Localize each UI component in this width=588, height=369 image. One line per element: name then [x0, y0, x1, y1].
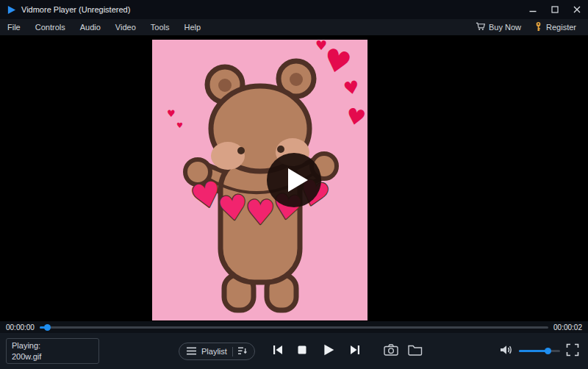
minimize-icon — [529, 4, 537, 15]
transport-controls — [269, 333, 364, 369]
time-duration: 00:00:02 — [553, 323, 582, 332]
play-button[interactable] — [318, 340, 340, 363]
open-folder-icon — [408, 344, 423, 358]
now-playing-box: Playing: 200w.gif — [6, 338, 99, 364]
maximize-button[interactable] — [544, 0, 566, 19]
menubar-right: Buy Now Register — [470, 19, 588, 35]
snapshot-camera-icon — [384, 344, 398, 358]
video-area[interactable]: ♥ ♥ ♥ ♥ ♥ ♥ — [0, 35, 588, 321]
menu-item-tools[interactable]: Tools — [143, 19, 177, 35]
register-label: Register — [546, 23, 576, 32]
playlist-button[interactable]: Playlist — [179, 343, 255, 360]
svg-text:♥: ♥ — [315, 40, 327, 53]
svg-text:♥: ♥ — [176, 121, 183, 129]
snapshot-button[interactable] — [384, 344, 398, 358]
fullscreen-icon — [566, 343, 579, 359]
play-order-icon[interactable] — [238, 347, 247, 357]
playlist-list-icon — [187, 347, 196, 357]
playlist-label: Playlist — [201, 347, 227, 356]
key-icon — [534, 21, 542, 33]
vidmore-logo-icon — [7, 5, 16, 15]
skip-next-button[interactable] — [346, 340, 364, 363]
menu-item-help[interactable]: Help — [176, 19, 208, 35]
stop-button[interactable] — [293, 340, 311, 363]
open-folder-button[interactable] — [408, 344, 423, 358]
playlist-divider — [232, 347, 233, 357]
playing-file-name: 200w.gif — [12, 351, 93, 362]
buy-now-label: Buy Now — [489, 23, 521, 32]
skip-previous-icon — [273, 345, 283, 357]
vidmore-player-window: Vidmore Player (Unregistered) File Contr… — [0, 0, 588, 369]
play-overlay-icon — [266, 199, 322, 210]
cart-icon — [476, 22, 485, 32]
playing-label: Playing: — [12, 340, 93, 351]
play-icon — [322, 343, 335, 359]
menu-item-file[interactable]: File — [0, 19, 28, 35]
close-button[interactable] — [566, 0, 588, 19]
skip-previous-button[interactable] — [269, 340, 287, 363]
skip-next-icon — [350, 345, 360, 357]
fullscreen-button[interactable] — [566, 333, 579, 369]
menubar: File Controls Audio Video Tools Help Buy… — [0, 19, 588, 35]
volume-group — [500, 333, 560, 369]
seek-row: 00:00:00 00:00:02 — [0, 321, 588, 333]
menu-item-audio[interactable]: Audio — [73, 19, 108, 35]
svg-text:♥: ♥ — [167, 108, 176, 119]
window-title: Vidmore Player (Unregistered) — [21, 5, 522, 14]
minimize-button[interactable] — [522, 0, 544, 19]
play-overlay-button[interactable] — [266, 152, 322, 208]
snapshot-group — [384, 333, 423, 369]
volume-speaker-icon — [500, 345, 513, 357]
volume-fill — [519, 350, 548, 352]
titlebar: Vidmore Player (Unregistered) — [0, 0, 588, 19]
time-elapsed: 00:00:00 — [6, 323, 35, 332]
seek-handle[interactable] — [44, 324, 51, 331]
volume-slider[interactable] — [519, 350, 560, 352]
menu-item-controls[interactable]: Controls — [28, 19, 73, 35]
register-button[interactable]: Register — [528, 19, 582, 35]
volume-handle[interactable] — [545, 348, 551, 354]
control-bar: Playing: 200w.gif Playlist — [0, 333, 588, 369]
menu-item-video[interactable]: Video — [108, 19, 143, 35]
close-icon — [573, 4, 581, 15]
stop-icon — [298, 345, 306, 357]
video-frame-bear-gif: ♥ ♥ ♥ ♥ ♥ ♥ — [152, 40, 368, 320]
window-controls — [522, 0, 588, 19]
seek-bar[interactable] — [40, 326, 548, 329]
buy-now-button[interactable]: Buy Now — [470, 19, 527, 35]
maximize-icon — [551, 4, 559, 15]
mute-button[interactable] — [500, 345, 513, 357]
